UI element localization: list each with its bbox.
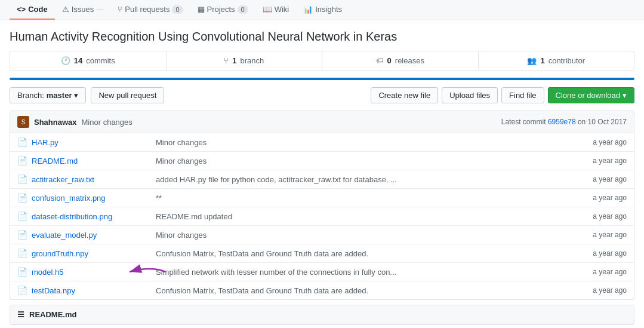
find-file-button[interactable]: Find file [501, 87, 544, 103]
branch-progress-bar [10, 78, 634, 80]
commits-label: commits [86, 56, 115, 65]
file-time: a year ago [593, 212, 627, 220]
contributors-icon: 👥 [527, 56, 537, 65]
file-name-link[interactable]: dataset-distribution.png [32, 212, 151, 221]
file-time: a year ago [593, 138, 627, 146]
file-name-link[interactable]: HAR.py [32, 138, 151, 147]
issues-icon: ⚠ [62, 5, 69, 14]
file-name-link[interactable]: groundTruth.npy [32, 249, 151, 258]
file-icon: 📄 [17, 193, 27, 203]
file-name-link[interactable]: model.h5 [32, 268, 151, 277]
releases-stat[interactable]: 🏷 0 releases [322, 51, 479, 70]
branch-selector[interactable]: Branch: master ▾ [10, 87, 86, 103]
branches-stat[interactable]: ⑂ 1 branch [167, 51, 323, 70]
chevron-down-icon: ▾ [74, 91, 78, 100]
author-avatar: S [17, 116, 29, 128]
issues-badge [96, 9, 103, 10]
stats-bar: 🕐 14 commits ⑂ 1 branch 🏷 0 releases 👥 1… [10, 51, 634, 70]
commits-icon: 🕐 [61, 56, 70, 65]
file-commit-message: Simplified network with lesser number of… [156, 268, 588, 277]
repo-title: Human Activity Recognition Using Convolu… [0, 20, 644, 51]
file-name-link[interactable]: testData.npy [32, 286, 151, 295]
file-icon: 📄 [17, 174, 27, 184]
tab-projects[interactable]: ▦ Projects 0 [190, 0, 255, 20]
pr-badge: 0 [172, 5, 183, 14]
toolbar: Branch: master ▾ New pull request Create… [0, 87, 644, 111]
tab-code[interactable]: <> Code [10, 0, 55, 20]
insights-icon: 📊 [303, 5, 313, 14]
tab-pull-requests[interactable]: ⑂ Pull requests 0 [110, 0, 190, 20]
file-row: 📄 confusion_matrix.png ** a year ago [10, 189, 634, 207]
file-row: 📄 evaluate_model.py Minor changes a year… [10, 226, 634, 244]
commits-stat[interactable]: 🕐 14 commits [10, 51, 167, 70]
file-commit-message: README.md updated [156, 212, 588, 221]
file-row: 📄 HAR.py Minor changes a year ago [10, 133, 634, 152]
file-row: 📄 actitracker_raw.txt added HAR.py file … [10, 170, 634, 189]
file-time: a year ago [593, 194, 627, 202]
releases-icon: 🏷 [376, 56, 384, 65]
contributors-label: contributor [549, 56, 585, 65]
file-time: a year ago [593, 268, 627, 276]
file-commit-message: Minor changes [156, 138, 588, 147]
file-icon: 📄 [17, 211, 27, 221]
upload-files-button[interactable]: Upload files [442, 87, 498, 103]
file-icon: 📄 [17, 267, 27, 277]
file-time: a year ago [593, 231, 627, 239]
latest-commit-label: Latest commit [501, 118, 546, 126]
commit-hash-link[interactable]: 6959e78 [548, 118, 576, 126]
tab-issues[interactable]: ⚠ Issues [55, 0, 111, 20]
releases-count: 0 [387, 56, 392, 65]
file-commit-message: ** [156, 194, 588, 203]
create-new-file-button[interactable]: Create new file [371, 87, 438, 103]
file-row-model: 📄 model.h5 Simplified network with lesse… [10, 263, 634, 281]
file-row: 📄 README.md Minor changes a year ago [10, 152, 634, 170]
file-commit-message: Minor changes [156, 157, 588, 165]
file-icon: 📄 [17, 137, 27, 147]
contributors-stat[interactable]: 👥 1 contributor [479, 51, 634, 70]
projects-icon: ▦ [198, 5, 205, 14]
tab-insights[interactable]: 📊 Insights [296, 0, 349, 20]
branches-icon: ⑂ [224, 56, 229, 65]
branch-label: Branch: [17, 91, 44, 100]
file-time: a year ago [593, 286, 627, 295]
new-pull-request-button[interactable]: New pull request [91, 87, 164, 103]
clone-download-chevron-icon: ▾ [623, 91, 627, 100]
toolbar-left: Branch: master ▾ New pull request [10, 87, 164, 103]
file-time: a year ago [593, 175, 627, 183]
file-commit-message: Confusion Matrix, TestData and Ground Tr… [156, 286, 588, 295]
file-row: 📄 testData.npy Confusion Matrix, TestDat… [10, 281, 634, 299]
commit-message: Minor changes [82, 118, 133, 127]
readme-title: README.md [29, 310, 76, 319]
file-name-link[interactable]: actitracker_raw.txt [32, 175, 151, 184]
commit-header: S Shahnawax Minor changes Latest commit … [10, 111, 634, 133]
contributors-count: 1 [540, 56, 544, 65]
file-icon: 📄 [17, 230, 27, 240]
file-icon: 📄 [17, 286, 27, 295]
tab-wiki[interactable]: 📖 Wiki [255, 0, 297, 20]
file-name-link[interactable]: README.md [32, 157, 151, 165]
file-icon: 📄 [17, 156, 27, 165]
readme-header: ☰ README.md [10, 305, 634, 324]
clone-download-label: Clone or download [556, 91, 620, 100]
releases-label: releases [395, 56, 424, 65]
file-table: S Shahnawax Minor changes Latest commit … [10, 111, 634, 300]
branches-label: branch [240, 56, 264, 65]
file-commit-message: Confusion Matrix, TestData and Ground Tr… [156, 249, 588, 258]
top-nav: <> Code ⚠ Issues ⑂ Pull requests 0 ▦ Pro… [0, 0, 644, 20]
clone-download-button[interactable]: Clone or download ▾ [548, 87, 634, 103]
file-name-link[interactable]: confusion_matrix.png [32, 194, 151, 203]
readme-section: ☰ README.md [10, 305, 634, 325]
file-commit-message: Minor changes [156, 231, 588, 240]
commit-meta: Latest commit 6959e78 on 10 Oct 2017 [501, 118, 627, 126]
file-row: 📄 dataset-distribution.png README.md upd… [10, 207, 634, 226]
branch-name: master [47, 91, 72, 100]
file-row: 📄 groundTruth.npy Confusion Matrix, Test… [10, 244, 634, 263]
file-commit-message: added HAR.py file for python code, actit… [156, 175, 588, 184]
file-name-link[interactable]: evaluate_model.py [32, 231, 151, 240]
branches-count: 1 [232, 56, 236, 65]
commits-count: 14 [74, 56, 82, 65]
file-icon: 📄 [17, 249, 27, 258]
commit-author[interactable]: Shahnawax [34, 118, 77, 127]
wiki-icon: 📖 [263, 5, 272, 14]
pull-requests-icon: ⑂ [118, 5, 122, 14]
